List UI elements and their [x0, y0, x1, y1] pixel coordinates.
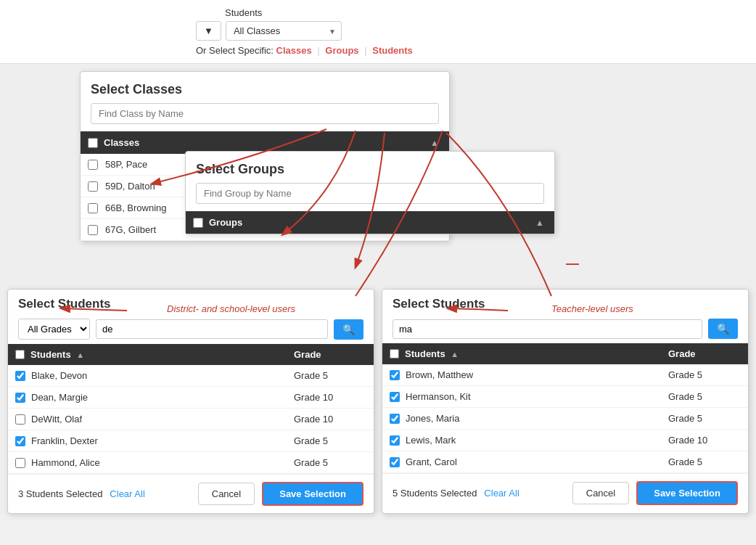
clear-all-right[interactable]: Clear All [484, 488, 519, 499]
student-lewis-checkbox[interactable] [390, 435, 400, 446]
grade-val: Grade 5 [661, 391, 741, 402]
left-panel-controls: All Grades 🔍 [8, 316, 374, 344]
grade-val: Grade 10 [287, 414, 366, 425]
students-panel-left: Select Students All Grades 🔍 Students ▲ … [7, 289, 374, 514]
class-67g-checkbox[interactable] [88, 225, 98, 235]
grade-val: Grade 5 [287, 457, 366, 468]
class-59d-label: 59D, Dalton [105, 181, 155, 192]
or-select-line: Or Select Specific: Classes | Groups | S… [196, 45, 413, 56]
dropdown-left-btn[interactable]: ▼ [196, 21, 221, 41]
right-panel-header-row: Select Students [382, 290, 748, 316]
groups-sort-arrow: ▲ [535, 218, 544, 228]
search-btn-left[interactable]: 🔍 [334, 319, 363, 340]
table-row: Brown, Matthew Grade 5 [382, 364, 748, 386]
student-name: Franklin, Dexter [31, 435, 287, 446]
student-name: Jones, Maria [406, 413, 661, 424]
search-input-left[interactable] [96, 319, 328, 339]
table-row: DeWitt, Olaf Grade 10 [8, 409, 374, 430]
groups-link[interactable]: Groups [325, 45, 358, 56]
table-header-right: Students ▲ Grade [382, 343, 748, 364]
grade-val: Grade 5 [287, 435, 366, 446]
groups-list-container: Groups ▲ [186, 211, 554, 234]
select-students-title-right: Select Students [393, 297, 485, 311]
table-row: Dean, Margie Grade 10 [8, 387, 374, 409]
student-name: Dean, Margie [31, 392, 287, 403]
right-panel-footer: 5 Students Selected Clear All Cancel Sav… [382, 473, 748, 512]
select-all-students-right[interactable] [390, 349, 399, 358]
selected-count-left: 3 Students Selected [18, 488, 102, 499]
table-row: Lewis, Mark Grade 10 [382, 430, 748, 451]
student-name: Hermanson, Kit [406, 391, 661, 402]
student-hammond-checkbox[interactable] [15, 458, 25, 468]
right-panel-controls: 🔍 [382, 316, 748, 343]
table-row: Hammond, Alice Grade 5 [8, 452, 374, 474]
student-name: Lewis, Mark [406, 435, 661, 446]
main-area: Select Classes Classes ▲ 58P, Pace 59D, … [0, 64, 756, 514]
student-name: Grant, Carol [406, 456, 661, 467]
classes-sort-arrow: ▲ [430, 138, 439, 148]
class-66b-label: 66B, Browning [105, 202, 167, 213]
student-hermanson-checkbox[interactable] [390, 392, 400, 402]
grade-val: Grade 5 [661, 369, 741, 380]
search-input-right[interactable] [393, 319, 702, 339]
grade-val: Grade 5 [661, 456, 741, 467]
grade-val: Grade 5 [287, 370, 366, 381]
classes-link[interactable]: Classes [276, 45, 312, 56]
grade-select-left[interactable]: All Grades [18, 319, 90, 340]
student-name: Blake, Devon [31, 370, 287, 381]
select-groups-panel: Select Groups Groups ▲ [185, 151, 555, 234]
class-66b-checkbox[interactable] [88, 203, 98, 213]
table-row: Hermanson, Kit Grade 5 [382, 386, 748, 408]
class-58p-checkbox[interactable] [88, 160, 98, 170]
class-67g-label: 67G, Gilbert [105, 224, 156, 235]
class-58p-label: 58P, Pace [105, 159, 147, 170]
cancel-btn-left[interactable]: Cancel [198, 483, 255, 505]
table-row: Jones, Maria Grade 5 [382, 408, 748, 430]
grade-val: Grade 10 [287, 392, 366, 403]
student-jones-checkbox[interactable] [390, 414, 400, 424]
col-grade-label-left: Grade [287, 349, 366, 360]
col-students-label-left: Students ▲ [30, 349, 287, 360]
save-selection-btn-right[interactable]: Save Selection [636, 481, 738, 505]
student-franklin-checkbox[interactable] [15, 436, 25, 446]
table-header-left: Students ▲ Grade [8, 344, 374, 365]
red-dash-2: — [566, 256, 579, 271]
groups-select-all-checkbox[interactable] [193, 218, 203, 228]
students-panel-right: Select Students 🔍 Students ▲ Grade Brown… [382, 289, 749, 514]
classes-select-all-checkbox[interactable] [88, 138, 98, 148]
save-selection-btn-left[interactable]: Save Selection [262, 482, 363, 506]
find-group-input[interactable] [196, 183, 544, 204]
student-dean-checkbox[interactable] [15, 393, 25, 403]
search-btn-right[interactable]: 🔍 [708, 319, 738, 339]
grade-val: Grade 5 [661, 413, 741, 424]
top-bar: Students ▼ All Classes Or Select Specifi… [0, 0, 756, 64]
classes-header-label: Classes [104, 137, 139, 148]
table-row: Blake, Devon Grade 5 [8, 365, 374, 387]
or-select-text: Or Select Specific: [196, 45, 276, 56]
student-blake-checkbox[interactable] [15, 371, 25, 381]
students-label: Students [225, 7, 262, 18]
student-brown-checkbox[interactable] [390, 370, 400, 380]
class-59d-checkbox[interactable] [88, 181, 98, 192]
select-groups-title: Select Groups [186, 152, 554, 183]
student-dewitt-checkbox[interactable] [15, 414, 25, 425]
groups-list-header: Groups ▲ [186, 211, 554, 234]
student-grant-checkbox[interactable] [390, 457, 400, 467]
select-students-title-left: Select Students [18, 297, 111, 311]
bottom-panels: Select Students All Grades 🔍 Students ▲ … [0, 289, 756, 514]
students-table-right: Students ▲ Grade Brown, Matthew Grade 5 … [382, 343, 748, 473]
select-all-students-left[interactable] [15, 350, 25, 359]
students-link[interactable]: Students [372, 45, 413, 56]
find-class-input[interactable] [91, 103, 439, 124]
clear-all-left[interactable]: Clear All [110, 488, 144, 499]
grade-val: Grade 10 [661, 435, 741, 446]
groups-header-label: Groups [209, 217, 242, 228]
table-row: Franklin, Dexter Grade 5 [8, 430, 374, 452]
all-classes-select[interactable]: All Classes [226, 21, 342, 41]
student-name: Hammond, Alice [31, 457, 287, 468]
left-panel-header-row: Select Students [8, 290, 374, 316]
student-name: Brown, Matthew [406, 369, 661, 380]
students-table-left: Students ▲ Grade Blake, Devon Grade 5 De… [8, 344, 374, 474]
cancel-btn-right[interactable]: Cancel [572, 482, 629, 504]
table-row: Grant, Carol Grade 5 [382, 451, 748, 473]
